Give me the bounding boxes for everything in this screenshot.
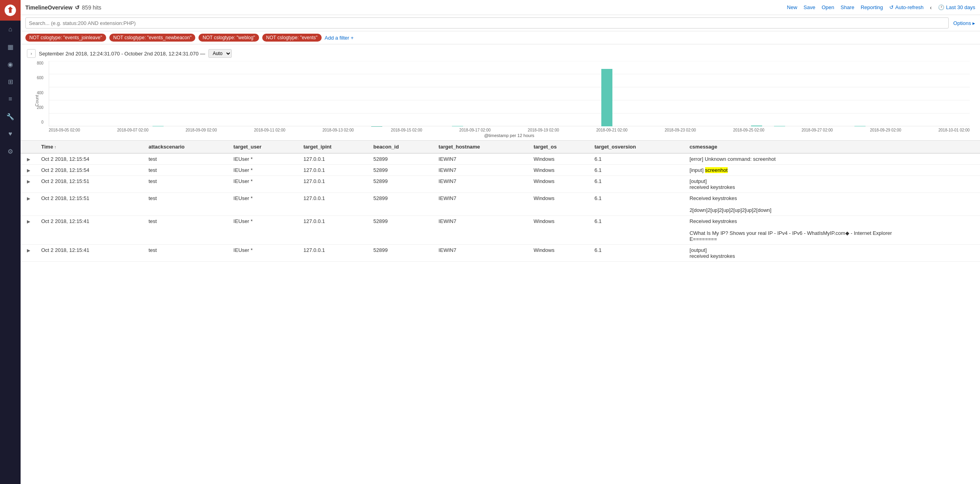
row-expand-cell: ▶ (21, 165, 36, 176)
th-target-os[interactable]: target_os (529, 141, 590, 154)
row-target-osversion: 6.1 (590, 245, 685, 262)
th-target-user[interactable]: target_user (229, 141, 299, 154)
chart-bar (774, 126, 785, 126)
row-target-ipint: 127.0.0.1 (299, 176, 369, 193)
row-expand-cell: ▶ (21, 176, 36, 193)
chart-area: Count 800 600 400 200 0 (49, 61, 970, 140)
sidebar-item-discover[interactable]: ▦ (0, 38, 21, 55)
row-csmessage: [input] screenhot (685, 165, 980, 176)
expand-row-button[interactable]: ▶ (25, 195, 32, 202)
chart-bar (601, 69, 612, 126)
chart-bar (751, 126, 762, 126)
wrench-icon: 🔧 (6, 113, 14, 120)
sidebar-item-settings[interactable]: ⚙ (0, 143, 21, 160)
add-filter-button[interactable]: Add a filter + (325, 35, 354, 41)
x-axis-labels: 2018-09-05 02:00 2018-09-07 02:00 2018-0… (49, 128, 970, 132)
page-title: TimelineOverview (25, 4, 72, 11)
auto-refresh-button[interactable]: ↺ Auto-refresh (889, 4, 924, 10)
expand-row-button[interactable]: ▶ (25, 218, 32, 225)
logo-icon (4, 4, 17, 17)
filter-chip-2[interactable]: NOT cslogtype: "weblog" (198, 34, 259, 42)
sidebar-item-home[interactable]: ⌂ (0, 21, 21, 38)
sidebar-item-devtools[interactable]: 🔧 (0, 108, 21, 125)
sidebar-item-visualize[interactable]: ◉ (0, 55, 21, 73)
logo-button[interactable] (0, 0, 21, 21)
table-row: ▶ Oct 2 2018, 12:15:51 test IEUser * 127… (21, 176, 980, 193)
reporting-button[interactable]: Reporting (861, 4, 883, 10)
row-attackscenario: test (144, 193, 229, 216)
table-row: ▶ Oct 2 2018, 12:15:54 test IEUser * 127… (21, 153, 980, 165)
collapse-icon[interactable]: ‹ (930, 4, 932, 11)
row-target-hostname: IEWIN7 (434, 193, 529, 216)
y-label-0: 0 (41, 120, 44, 124)
row-attackscenario: test (144, 216, 229, 245)
y-label-800: 800 (37, 61, 44, 65)
top-nav-left: TimelineOverview ↺ 859 hits (25, 4, 101, 11)
th-target-ipint[interactable]: target_ipint (299, 141, 369, 154)
y-label-600: 600 (37, 76, 44, 80)
table-row: ▶ Oct 2 2018, 12:15:54 test IEUser * 127… (21, 165, 980, 176)
row-target-hostname: IEWIN7 (434, 153, 529, 165)
row-target-ipint: 127.0.0.1 (299, 193, 369, 216)
th-attackscenario[interactable]: attackscenario (144, 141, 229, 154)
auto-refresh-label: Auto-refresh (895, 4, 924, 10)
chart-bar (854, 126, 866, 126)
table-row: ▶ Oct 2 2018, 12:15:51 test IEUser * 127… (21, 193, 980, 216)
time-range-button[interactable]: 🕐 Last 30 days (938, 4, 975, 10)
row-attackscenario: test (144, 176, 229, 193)
row-target-os: Windows (529, 176, 590, 193)
share-button[interactable]: Share (841, 4, 854, 10)
interval-select[interactable]: Auto (208, 49, 232, 58)
search-bar: Options ▸ (21, 15, 980, 31)
expand-row-button[interactable]: ▶ (25, 247, 32, 253)
th-time[interactable]: Time (36, 141, 144, 154)
row-target-os: Windows (529, 245, 590, 262)
list-icon: ≡ (8, 95, 12, 103)
chart-bar (452, 126, 463, 126)
row-csmessage: [error] Unknown command: screenhot (685, 153, 980, 165)
row-target-hostname: IEWIN7 (434, 176, 529, 193)
sidebar-item-timelion[interactable]: ≡ (0, 90, 21, 108)
row-target-osversion: 6.1 (590, 165, 685, 176)
refresh-circle-icon: ↺ (889, 4, 894, 10)
sidebar-item-monitoring[interactable]: ♥ (0, 125, 21, 143)
row-time: Oct 2 2018, 12:15:51 (36, 176, 144, 193)
row-target-ipint: 127.0.0.1 (299, 165, 369, 176)
open-button[interactable]: Open (822, 4, 834, 10)
save-button[interactable]: Save (804, 4, 816, 10)
refresh-icon[interactable]: ↺ (75, 4, 80, 11)
th-target-osversion[interactable]: target_osversion (590, 141, 685, 154)
table-header-row: Time attackscenario target_user target_i… (21, 141, 980, 154)
y-axis: 800 600 400 200 0 (37, 61, 44, 124)
expand-row-button[interactable]: ▶ (25, 178, 32, 185)
heartbeat-icon: ♥ (8, 130, 12, 137)
time-range-label: Last 30 days (946, 4, 975, 10)
new-button[interactable]: New (787, 4, 797, 10)
options-link[interactable]: Options ▸ (953, 20, 975, 26)
table-body: ▶ Oct 2 2018, 12:15:54 test IEUser * 127… (21, 153, 980, 262)
expand-row-button[interactable]: ▶ (25, 156, 32, 162)
filter-chip-3[interactable]: NOT cslogtype: "events" (262, 34, 322, 42)
row-expand-cell: ▶ (21, 193, 36, 216)
filter-chip-1[interactable]: NOT cslogtype: "events_newbeacon" (109, 34, 196, 42)
row-beacon-id: 52899 (369, 176, 434, 193)
row-attackscenario: test (144, 245, 229, 262)
expand-row-button[interactable]: ▶ (25, 167, 32, 173)
th-csmessage[interactable]: csmessage (685, 141, 980, 154)
th-beacon-id[interactable]: beacon_id (369, 141, 434, 154)
sidebar-item-dashboard[interactable]: ⊞ (0, 73, 21, 90)
row-target-user: IEUser * (229, 245, 299, 262)
expand-chart-button[interactable]: › (27, 49, 36, 58)
filter-chip-0[interactable]: NOT cslogtype: "events_joinleave" (25, 34, 106, 42)
clock-icon: 🕐 (938, 4, 944, 10)
row-time: Oct 2 2018, 12:15:41 (36, 245, 144, 262)
row-csmessage: Received keystrokesCWhat Is My IP? Shows… (685, 216, 980, 245)
search-input[interactable] (25, 17, 949, 29)
row-csmessage: Received keystrokes2[down]2[up]2[up]2[up… (685, 193, 980, 216)
chart-bar-icon: ▦ (8, 43, 13, 51)
th-expand (21, 141, 36, 154)
th-target-hostname[interactable]: target_hostname (434, 141, 529, 154)
top-nav-right: New Save Open Share Reporting ↺ Auto-ref… (787, 4, 975, 11)
gear-icon: ⚙ (8, 148, 13, 155)
row-attackscenario: test (144, 153, 229, 165)
